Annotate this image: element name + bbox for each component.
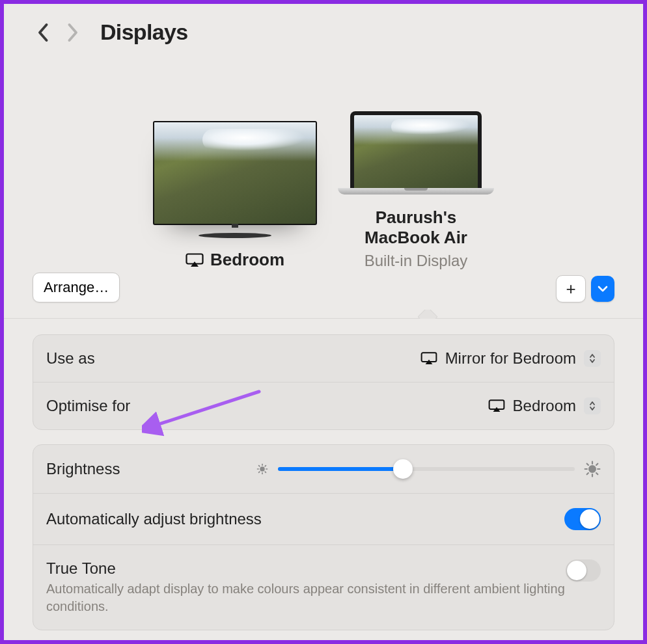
svg-line-12 bbox=[265, 472, 266, 472]
svg-line-13 bbox=[259, 472, 260, 472]
laptop-thumbnail bbox=[338, 111, 494, 195]
airplay-icon bbox=[420, 352, 437, 365]
svg-line-23 bbox=[596, 464, 598, 465]
up-down-chevron-icon bbox=[584, 397, 601, 414]
plus-icon: + bbox=[566, 279, 575, 299]
brightness-high-icon bbox=[584, 461, 601, 477]
svg-line-14 bbox=[265, 466, 266, 466]
brightness-label: Brightness bbox=[46, 460, 120, 478]
true-tone-toggle[interactable] bbox=[566, 559, 601, 582]
use-as-value: Mirror for Bedroom bbox=[445, 349, 576, 368]
row-true-tone: True Tone Automatically adapt display to… bbox=[33, 544, 614, 630]
add-display-button[interactable]: + bbox=[556, 275, 586, 302]
row-brightness: Brightness bbox=[33, 445, 614, 493]
brightness-slider[interactable] bbox=[278, 459, 575, 479]
svg-line-11 bbox=[259, 466, 260, 466]
display-item-bedroom[interactable]: Bedroom bbox=[153, 121, 317, 270]
display-options-dropdown[interactable] bbox=[591, 276, 614, 302]
svg-line-21 bbox=[596, 473, 598, 474]
svg-line-22 bbox=[587, 473, 588, 474]
airplay-icon bbox=[488, 399, 505, 412]
arrange-button[interactable]: Arrange… bbox=[33, 273, 120, 302]
forward-button[interactable] bbox=[66, 23, 78, 42]
optimise-for-select[interactable]: Bedroom bbox=[488, 397, 601, 415]
true-tone-description: Automatically adapt display to make colo… bbox=[46, 580, 566, 615]
card-brightness: Brightness Automatically adjust brightne… bbox=[33, 444, 614, 630]
display-name-bedroom: Bedroom bbox=[210, 250, 284, 270]
auto-brightness-toggle[interactable] bbox=[564, 508, 601, 530]
display-item-macbook[interactable]: Paurush's MacBook Air Built-in Display bbox=[338, 111, 494, 270]
up-down-chevron-icon bbox=[584, 350, 601, 367]
display-picker: Bedroom Paurush's MacBook Air Built-in D… bbox=[4, 51, 643, 319]
auto-brightness-label: Automatically adjust brightness bbox=[46, 510, 262, 528]
nav-arrows bbox=[38, 23, 78, 42]
display-subtitle: Built-in Display bbox=[365, 252, 468, 270]
settings-panels: Use as Mirror for Bedroom Optimise for B… bbox=[4, 319, 643, 630]
brightness-low-icon bbox=[256, 463, 269, 476]
row-optimise-for: Optimise for Bedroom bbox=[33, 382, 614, 429]
tv-stand bbox=[199, 224, 271, 238]
row-use-as: Use as Mirror for Bedroom bbox=[33, 335, 614, 382]
svg-point-6 bbox=[260, 467, 264, 471]
optimise-for-label: Optimise for bbox=[46, 397, 130, 415]
page-title: Displays bbox=[100, 20, 187, 45]
back-button[interactable] bbox=[38, 23, 49, 42]
optimise-for-value: Bedroom bbox=[513, 397, 576, 415]
svg-line-20 bbox=[587, 464, 588, 465]
true-tone-label: True Tone bbox=[46, 559, 566, 578]
slider-thumb[interactable] bbox=[393, 459, 413, 479]
display-name-line2: MacBook Air bbox=[365, 228, 467, 248]
header: Displays bbox=[4, 4, 643, 51]
airplay-icon bbox=[186, 253, 204, 267]
row-auto-brightness: Automatically adjust brightness bbox=[33, 493, 614, 544]
use-as-select[interactable]: Mirror for Bedroom bbox=[420, 349, 601, 368]
svg-point-15 bbox=[589, 466, 596, 472]
use-as-label: Use as bbox=[46, 349, 95, 368]
display-name-line1: Paurush's bbox=[376, 208, 457, 228]
chevron-down-icon bbox=[598, 284, 608, 293]
card-mirroring: Use as Mirror for Bedroom Optimise for B… bbox=[33, 334, 614, 430]
selected-display-pointer bbox=[418, 310, 437, 319]
tv-thumbnail bbox=[153, 121, 317, 225]
